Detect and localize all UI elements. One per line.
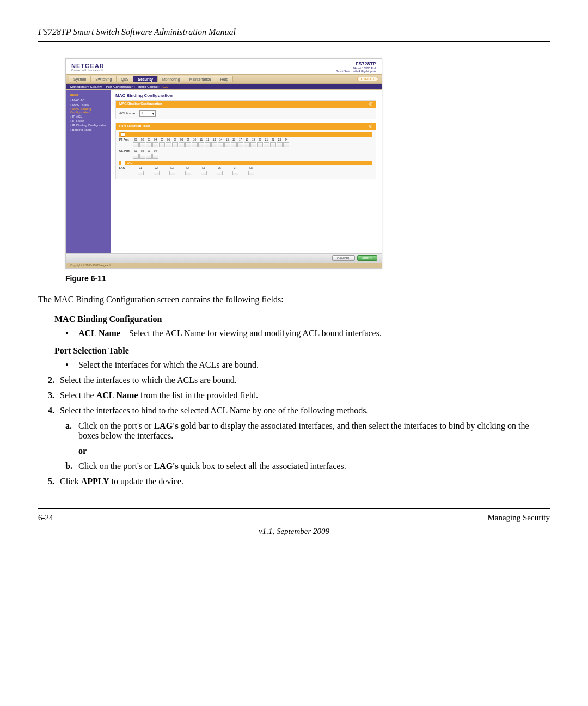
fe-port-checkbox[interactable] bbox=[244, 142, 250, 147]
lag-checkbox[interactable] bbox=[201, 171, 207, 175]
lag-checkbox[interactable] bbox=[185, 171, 191, 175]
fe-port-checkbox[interactable] bbox=[218, 142, 224, 147]
fe-port-quickbox[interactable] bbox=[121, 132, 125, 137]
fe-port-checkbox[interactable] bbox=[166, 142, 171, 147]
sidebar-item-ip-acl[interactable]: › IP ACL bbox=[68, 114, 109, 119]
lag-labels: LAG L1L2L3L4L5L6L7L8 bbox=[119, 166, 372, 169]
main-content: MAC Binding Configuration MAC Binding Co… bbox=[111, 90, 382, 253]
lag-checkbox[interactable] bbox=[248, 171, 254, 175]
lag-checkbox[interactable] bbox=[217, 171, 223, 175]
step-4a: a. Click on the port's or LAG's gold bar… bbox=[65, 421, 550, 441]
subtab-mgmt-security[interactable]: Management Security bbox=[70, 85, 104, 88]
acl-name-value: 1 bbox=[141, 112, 143, 115]
apply-button[interactable]: APPLY bbox=[357, 255, 377, 261]
fe-port-checkbox[interactable] bbox=[211, 142, 217, 147]
subtab-traffic-control[interactable]: Traffic Control bbox=[137, 85, 160, 88]
acl-name-select[interactable]: 1 ▾ bbox=[139, 110, 156, 117]
panel-port-selection: Port Selection Table ⓘ FE Port 010203040… bbox=[115, 123, 376, 179]
ge-port-checkbox[interactable] bbox=[152, 154, 158, 159]
panel-mac-binding-title: MAC Binding Configuration bbox=[119, 102, 162, 107]
tab-help[interactable]: Help bbox=[216, 76, 233, 82]
fe-port-checkbox[interactable] bbox=[257, 142, 263, 147]
page-title: MAC Binding Configuration bbox=[115, 93, 376, 98]
tab-security[interactable]: Security bbox=[133, 76, 158, 82]
fe-port-checkbox[interactable] bbox=[264, 142, 270, 147]
model-block: FS728TP 24-port 10/100 PoE Smart Switch … bbox=[336, 61, 376, 73]
lag-gold-bar[interactable]: LAG bbox=[119, 161, 372, 165]
fe-port-gold-bar[interactable] bbox=[119, 132, 372, 137]
fe-port-checkbox[interactable] bbox=[152, 142, 158, 147]
fe-port-checkbox[interactable] bbox=[179, 142, 185, 147]
fe-port-checkbox[interactable] bbox=[146, 142, 152, 147]
help-icon[interactable]: ⓘ bbox=[369, 102, 372, 107]
fe-port-boxes bbox=[119, 142, 372, 147]
fe-port-checkbox[interactable] bbox=[172, 142, 178, 147]
ge-port-labels: GE Port 01020304 bbox=[119, 149, 372, 153]
fe-port-checkbox[interactable] bbox=[185, 142, 191, 147]
lag-checkbox[interactable] bbox=[232, 171, 238, 175]
brand-tagline: Connect with Innovation™ bbox=[71, 69, 105, 72]
fe-port-checkbox[interactable] bbox=[205, 142, 211, 147]
cancel-button[interactable]: CANCEL bbox=[332, 255, 355, 261]
subtab-acl[interactable]: ACL bbox=[162, 85, 168, 88]
fe-port-checkbox[interactable] bbox=[159, 142, 165, 147]
section-port-selection: Port Selection Table bbox=[54, 346, 550, 356]
chevron-down-icon: ▾ bbox=[152, 112, 154, 115]
sidebar-item-mac-acl[interactable]: › MAC ACL bbox=[68, 98, 109, 102]
document-header: FS728TP Smart Switch Software Administra… bbox=[38, 27, 550, 42]
lag-quickbox[interactable] bbox=[121, 161, 125, 165]
lag-checkbox[interactable] bbox=[138, 171, 144, 175]
step-4b: b. Click on the port's or LAG's quick bo… bbox=[65, 461, 550, 471]
tab-system[interactable]: System bbox=[69, 76, 91, 82]
section-mac-binding: MAC Binding Configuration bbox=[54, 314, 550, 324]
fe-port-checkbox[interactable] bbox=[133, 142, 139, 147]
lag-row-label: LAG bbox=[119, 166, 132, 169]
panel-mac-binding-header: MAC Binding Configuration ⓘ bbox=[116, 101, 376, 108]
sidebar-item-ip-rules[interactable]: › IP Rules bbox=[68, 119, 109, 123]
fe-port-checkbox[interactable] bbox=[139, 142, 145, 147]
brand-block: NETGEAR Connect with Innovation™ bbox=[71, 63, 105, 72]
panel-mac-binding: MAC Binding Configuration ⓘ ACL Name 1 ▾ bbox=[115, 100, 376, 119]
tab-qos[interactable]: QoS bbox=[117, 76, 133, 82]
sidebar-item-mac-rules[interactable]: › MAC Rules bbox=[68, 102, 109, 107]
sidebar-item-mac-binding[interactable]: › MAC Binding Configuration bbox=[68, 107, 109, 114]
port-selection-body: FE Port 01020304050607080910111213141516… bbox=[116, 130, 376, 179]
logout-button[interactable]: LOGOUT bbox=[357, 77, 378, 81]
fe-port-checkbox[interactable] bbox=[198, 142, 204, 147]
sub-tabs: Management Security Port Authentication … bbox=[66, 84, 382, 89]
fe-port-checkbox[interactable] bbox=[237, 142, 243, 147]
lag-checkbox[interactable] bbox=[154, 171, 160, 175]
fe-port-row-label: FE Port bbox=[119, 138, 132, 141]
lag-checkbox[interactable] bbox=[169, 171, 175, 175]
fe-port-checkbox[interactable] bbox=[231, 142, 237, 147]
tab-monitoring[interactable]: Monitoring bbox=[158, 76, 185, 82]
ge-port-checkbox[interactable] bbox=[139, 154, 145, 159]
fe-port-checkbox[interactable] bbox=[250, 142, 256, 147]
tab-maintenance[interactable]: Maintenance bbox=[185, 76, 216, 82]
panel-mac-binding-body: ACL Name 1 ▾ bbox=[116, 108, 376, 119]
step-2: 2. Select the interfaces to which the AC… bbox=[38, 375, 550, 385]
fe-port-checkbox[interactable] bbox=[192, 142, 198, 147]
bullet-acl-name: • ACL Name – Select the ACL Name for vie… bbox=[65, 328, 550, 338]
embedded-screenshot: NETGEAR Connect with Innovation™ FS728TP… bbox=[65, 58, 382, 269]
copyright-bar: Copyright © 1996-2007 Netgear® bbox=[66, 263, 382, 268]
sidebar-item-ip-binding[interactable]: › IP Binding Configuration bbox=[68, 123, 109, 127]
tab-switching[interactable]: Switching bbox=[91, 76, 117, 82]
subtab-port-auth[interactable]: Port Authentication bbox=[106, 85, 136, 88]
fe-port-checkbox[interactable] bbox=[224, 142, 230, 147]
lag-bar-label: LAG bbox=[127, 161, 133, 165]
help-icon[interactable]: ⓘ bbox=[369, 124, 372, 129]
version-line: v1.1, September 2009 bbox=[38, 527, 550, 536]
step-4: 4. Select the interfaces to bind to the … bbox=[38, 406, 550, 416]
ge-port-checkbox[interactable] bbox=[133, 154, 139, 159]
ge-port-checkbox[interactable] bbox=[146, 154, 152, 159]
acl-name-label: ACL Name bbox=[119, 112, 135, 115]
sidebar-item-binding-table[interactable]: › Binding Table bbox=[68, 127, 109, 132]
fe-port-checkbox[interactable] bbox=[283, 142, 289, 147]
fe-port-checkbox[interactable] bbox=[270, 142, 276, 147]
main-tabs: System Switching QoS Security Monitoring… bbox=[66, 74, 382, 84]
fe-port-checkbox[interactable] bbox=[277, 142, 283, 147]
model-number: FS728TP bbox=[336, 61, 376, 66]
page-footer: 6-24 Managing Security bbox=[38, 508, 550, 522]
app-header: NETGEAR Connect with Innovation™ FS728TP… bbox=[66, 59, 382, 74]
